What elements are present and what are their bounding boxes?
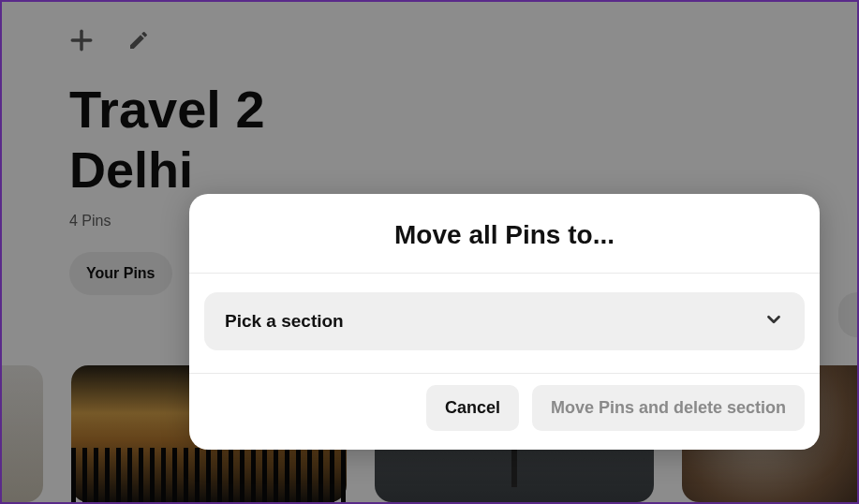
cancel-button[interactable]: Cancel (426, 385, 519, 431)
section-select[interactable]: Pick a section (204, 292, 805, 350)
modal-footer: Cancel Move Pins and delete section (189, 374, 820, 450)
move-and-delete-button[interactable]: Move Pins and delete section (532, 385, 805, 431)
modal-header: Move all Pins to... (189, 194, 820, 273)
section-select-label: Pick a section (225, 311, 344, 332)
chevron-down-icon (763, 309, 784, 334)
move-pins-modal: Move all Pins to... Pick a section Cance… (189, 194, 820, 450)
modal-title: Move all Pins to... (208, 220, 801, 250)
modal-body: Pick a section (189, 274, 820, 373)
